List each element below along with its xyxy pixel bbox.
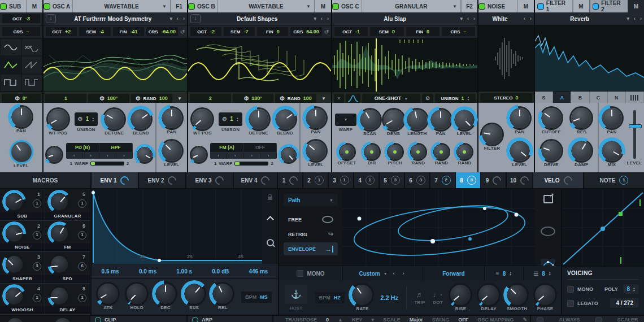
gear-icon[interactable]: ⚙ [222, 116, 227, 122]
checkbox-icon[interactable] [297, 270, 303, 277]
osc-b-frame-field[interactable]: 2 [190, 94, 231, 103]
warp2-mode[interactable]: HPF [99, 143, 133, 152]
lfo-host-sync[interactable]: ⚓HOST [285, 285, 307, 311]
lfo-delay-knob[interactable] [478, 285, 499, 305]
lfo-rate-knob[interactable] [352, 285, 372, 305]
sub-level-knob[interactable] [11, 142, 32, 162]
route-osc-a[interactable]: A [553, 92, 571, 104]
envelope-graph[interactable]: 1s 2s 3s [92, 189, 262, 264]
prev-preset-icon[interactable]: ‹ [521, 16, 528, 21]
osc-b-level-knob[interactable] [306, 141, 326, 161]
lfo-mode-retrig[interactable]: RETRIG↪ [284, 228, 338, 241]
bpm-option[interactable]: BPM [245, 294, 256, 300]
route-sub[interactable]: S [535, 92, 553, 104]
noise-pan-knob[interactable] [510, 108, 530, 128]
osc-a-preset-name[interactable]: AT Furthrrrr Mood Symmetry [58, 16, 167, 22]
osc-b-mute-button[interactable]: M [315, 0, 331, 12]
lfo-smooth-knob[interactable] [507, 285, 527, 305]
filter-2-tab[interactable]: FILTER 2 [589, 0, 628, 12]
lfo-phase-knob[interactable] [535, 285, 555, 305]
noise-level-knob[interactable] [510, 141, 530, 161]
tab-note[interactable]: NOTE1 [584, 172, 644, 188]
filter-drive-knob[interactable] [541, 141, 562, 161]
ms-option[interactable]: MS [260, 294, 268, 300]
hold-value[interactable]: 0.0 ms [139, 268, 156, 275]
prev-preset-icon[interactable]: ‹ [632, 16, 638, 21]
osc-a-fin-field[interactable]: FIN-41 [113, 27, 144, 36]
clip-label[interactable]: CLIP [105, 317, 116, 322]
noise-mute-button[interactable]: M [517, 0, 534, 12]
macro-6-knob[interactable] [51, 225, 68, 242]
poly-stepper[interactable]: 8▲▼ [623, 284, 639, 294]
scale-value[interactable]: Major [410, 317, 423, 322]
noise-filter-knob[interactable] [482, 124, 502, 145]
osc-b-preset-name[interactable]: Default Shapes [203, 16, 311, 22]
tab-env-3[interactable]: ENV 3 [186, 172, 233, 188]
warp1-next-icon[interactable]: › [83, 153, 100, 159]
chevron-down-icon[interactable]: ▾ [458, 16, 465, 21]
warp2-next-icon[interactable]: › [260, 153, 277, 159]
osc-c-length-knob[interactable] [407, 110, 427, 130]
scaler-checkbox[interactable] [595, 317, 602, 322]
env-attack-knob[interactable] [98, 284, 118, 304]
tab-env-1[interactable]: ENV 1 [92, 172, 138, 188]
gear-icon[interactable]: ⚙ [422, 94, 433, 103]
lfo-rate-mode-toggle[interactable]: BPMHZ [315, 292, 345, 303]
osc-c-level-knob[interactable] [454, 110, 475, 130]
filter-level-slider[interactable] [633, 110, 636, 159]
osc-a-warp2-knob[interactable] [137, 147, 152, 162]
phase-spiral-icon[interactable]: ↺ [180, 29, 185, 35]
sub-shape-saw[interactable] [21, 56, 43, 73]
arp-label[interactable]: ARP [202, 317, 212, 322]
prev-shape-icon[interactable]: ‹ [391, 271, 397, 276]
tab-lfo-5[interactable]: 53 [380, 172, 404, 188]
tab-lfo-6[interactable]: 63 [405, 172, 429, 188]
filter-cutoff-knob[interactable] [541, 108, 562, 128]
route-osc-b[interactable]: B [571, 92, 589, 104]
decay-value[interactable]: 1.00 s [176, 268, 192, 275]
osc-c-crs-field[interactable]: CRS– [442, 27, 475, 36]
osc-a-sem-field[interactable]: SEM-4 [79, 27, 110, 36]
next-preset-icon[interactable]: › [638, 16, 644, 21]
noise-stereo-field[interactable]: STEREO0 [480, 93, 532, 102]
route-osc-c[interactable]: C [590, 92, 608, 104]
grain-window-icon[interactable] [346, 94, 360, 103]
chevron-down-icon[interactable]: ▾ [311, 16, 319, 21]
osc-b-pan-knob[interactable] [306, 108, 326, 128]
osc-b-crs-field[interactable]: CRS64.00 [290, 27, 321, 36]
osc-c-unison-box[interactable]: UNISON1▲▼ [435, 94, 476, 103]
sub-crs-field[interactable]: CRS– [2, 27, 40, 36]
tab-lfo-4[interactable]: 41 [354, 172, 378, 188]
sustain-value[interactable]: 0.0 dB [212, 268, 229, 275]
filter-1-tab[interactable]: FILTER 1 [535, 0, 573, 12]
unison-stepper[interactable]: ▲▼ [467, 96, 470, 101]
chevron-down-icon[interactable]: ▾ [167, 16, 175, 21]
lfo-direction-dropdown[interactable]: Forward [423, 266, 485, 281]
osc-c-fin-field[interactable]: FIN0 [406, 27, 440, 36]
chevron-down-icon[interactable]: ▾ [624, 16, 632, 21]
warp1-prev-icon[interactable]: ‹ [210, 153, 227, 159]
osc-c-rand-length-knob[interactable] [411, 145, 425, 159]
swing-value[interactable]: OFF [458, 317, 468, 322]
osc-a-waveform-display[interactable] [43, 38, 187, 92]
transpose-value[interactable]: 0 [326, 317, 329, 322]
power-icon[interactable] [95, 317, 101, 322]
filter-damp-knob[interactable] [571, 141, 591, 161]
osc-c-offset-knob[interactable] [340, 145, 354, 159]
osc-b-warp1-knob[interactable] [192, 147, 206, 162]
filter-2-led[interactable] [593, 3, 599, 10]
lfo-grid-cols-stepper[interactable]: ☰8▲▼ [524, 266, 561, 281]
note-keytrack-graph[interactable] [562, 189, 644, 266]
lfo-shape-preset-dropdown[interactable]: Custom▼‹› [343, 266, 423, 281]
wavetable-import-icon[interactable]: ↓ [46, 14, 56, 23]
osc-b-oct-field[interactable]: OCT-2 [190, 27, 221, 36]
sub-mute-button[interactable]: M [26, 0, 42, 12]
osc-b-warp-bar[interactable] [234, 162, 268, 166]
lfo-mode-free[interactable]: FREE [284, 213, 338, 226]
macro-2-knob[interactable] [6, 225, 23, 242]
unison-stepper[interactable]: ▲▼ [92, 117, 94, 121]
osc-c-rand-level-knob[interactable] [457, 145, 472, 159]
next-preset-icon[interactable]: › [325, 16, 331, 21]
osc-a-warp1-knob[interactable] [47, 147, 62, 162]
osc-a-filter-route-button[interactable]: F1 [171, 0, 187, 12]
